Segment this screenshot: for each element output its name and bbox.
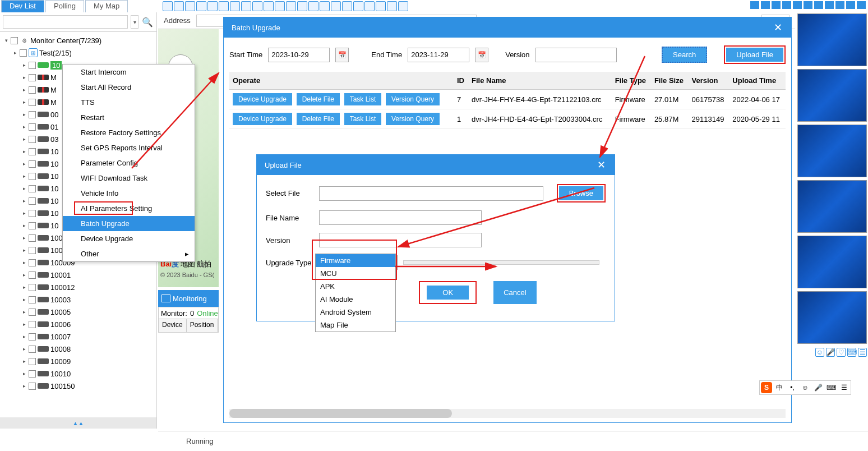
tool-icon[interactable] [174,1,184,11]
filename-input[interactable] [319,210,482,225]
ctx-item-restore-factory-settings[interactable]: Restore Factory Settings [63,125,195,140]
video-thumb[interactable] [797,13,867,66]
device-upgrade-button[interactable]: Device Upgrade [233,113,292,125]
dropdown-item-ai-module[interactable]: AI Module [316,293,395,306]
expand-icon[interactable]: ▸ [21,210,27,216]
expand-icon[interactable]: ▸ [21,321,27,327]
dropdown-item-apk[interactable]: APK [316,280,395,293]
control-icon[interactable]: ☰ [858,348,867,357]
tool-icon[interactable] [376,1,386,11]
ctx-item-parameter-config[interactable]: Parameter Config [63,155,195,171]
checkbox[interactable] [29,333,36,340]
tool-icon[interactable] [398,1,408,11]
expand-icon[interactable]: ▸ [21,62,27,68]
monitoring-tab[interactable]: Monitoring [158,290,219,307]
tree-device[interactable]: ▸10008 [0,343,156,355]
layout-icon[interactable] [761,1,770,9]
task-list-button[interactable]: Task List [344,113,382,125]
expand-icon[interactable]: ▸ [21,358,27,364]
tree-root[interactable]: ▾⚙Monitor Center(7/239) [0,34,156,47]
ime-toolbar[interactable]: S 中 •, ☺ 🎤 ⌨ ☰ [759,380,851,395]
tool-icon[interactable] [364,1,375,11]
expand-icon[interactable]: ▸ [21,149,27,154]
tool-icon[interactable] [320,1,330,11]
delete-file-button[interactable]: Delete File [297,113,340,125]
tool-icon[interactable] [353,1,363,11]
checkbox[interactable] [29,123,36,131]
tool-icon[interactable] [387,1,397,11]
tool-icon[interactable] [275,1,285,11]
delete-file-button[interactable]: Delete File [297,93,340,105]
ime-icon[interactable]: •, [787,382,798,393]
checkbox[interactable] [11,37,18,44]
layout-icon[interactable] [804,1,812,9]
checkbox[interactable] [29,234,36,242]
expand-icon[interactable]: ▸ [21,112,27,117]
checkbox[interactable] [29,346,36,353]
tool-icon[interactable] [219,1,229,11]
tree-device[interactable]: ▸10009 [0,355,156,367]
tool-icon[interactable] [297,1,307,11]
tree-device[interactable]: ▸10007 [0,330,156,343]
version-input[interactable] [319,233,482,247]
tool-icon[interactable] [207,1,218,11]
tool-icon[interactable] [308,1,318,11]
tree-device[interactable]: ▸10003 [0,293,156,306]
tool-icon[interactable] [252,1,262,11]
tree-device[interactable]: ▸10001 [0,269,156,281]
checkbox[interactable] [29,383,36,390]
ctx-item-restart[interactable]: Restart [63,110,195,125]
expand-icon[interactable]: ▸ [21,247,27,253]
checkbox[interactable] [29,222,36,229]
tree-device[interactable]: ▸100150 [0,380,156,392]
video-thumb[interactable] [797,236,867,288]
checkbox[interactable] [29,210,36,217]
ime-icon[interactable]: ☰ [838,382,849,393]
expand-icon[interactable]: ▸ [21,75,27,80]
layout-icon[interactable] [814,1,823,9]
expand-icon[interactable]: ▸ [12,50,18,56]
checkbox[interactable] [29,358,36,365]
cancel-button[interactable]: Cancel [493,281,536,304]
close-icon[interactable]: ✕ [595,159,607,171]
search-dropdown-icon[interactable]: ▾ [131,15,138,29]
expand-icon[interactable]: ▾ [3,38,9,43]
video-thumb[interactable] [797,291,867,344]
control-icon[interactable]: 🎤 [826,348,835,357]
layout-icon[interactable] [782,1,791,9]
checkbox[interactable] [29,309,36,316]
expand-icon[interactable]: ▸ [21,309,27,315]
task-list-button[interactable]: Task List [344,93,382,105]
tree-device[interactable]: ▸10005 [0,306,156,318]
checkbox[interactable] [29,370,36,378]
tree-folder[interactable]: ▸⊞Test(2/15) [0,47,156,59]
tree-device[interactable]: ▸10006 [0,318,156,330]
ime-icon[interactable]: 🎤 [812,382,824,393]
checkbox[interactable] [29,296,36,303]
control-icon[interactable]: ☺ [815,348,824,357]
expand-icon[interactable]: ▸ [21,334,27,339]
close-icon[interactable]: ✕ [772,22,783,33]
expand-icon[interactable]: ▸ [21,383,27,389]
expand-icon[interactable]: ▸ [21,99,27,105]
video-thumb[interactable] [797,125,867,177]
search-icon[interactable]: 🔍 [141,16,154,28]
device-upgrade-button[interactable]: Device Upgrade [233,93,292,105]
control-icon[interactable]: ♡ [837,348,846,357]
layout-icon[interactable] [857,1,866,9]
checkbox[interactable] [29,259,36,266]
ctx-item-start-all-record[interactable]: Start All Record [63,80,195,95]
scroll-thumb[interactable] [229,409,452,418]
tool-icon[interactable] [286,1,296,11]
upload-file-button[interactable]: Upload File [726,48,783,62]
checkbox[interactable] [29,111,36,118]
expand-icon[interactable]: ▸ [21,198,27,204]
sidebar-search-input[interactable] [3,15,128,29]
tool-icon[interactable] [163,1,173,11]
checkbox[interactable] [29,321,36,328]
checkbox[interactable] [29,148,36,155]
expand-icon[interactable]: ▸ [21,272,27,278]
expand-icon[interactable]: ▸ [21,346,27,352]
checkbox[interactable] [29,74,36,81]
expand-icon[interactable]: ▸ [21,124,27,130]
